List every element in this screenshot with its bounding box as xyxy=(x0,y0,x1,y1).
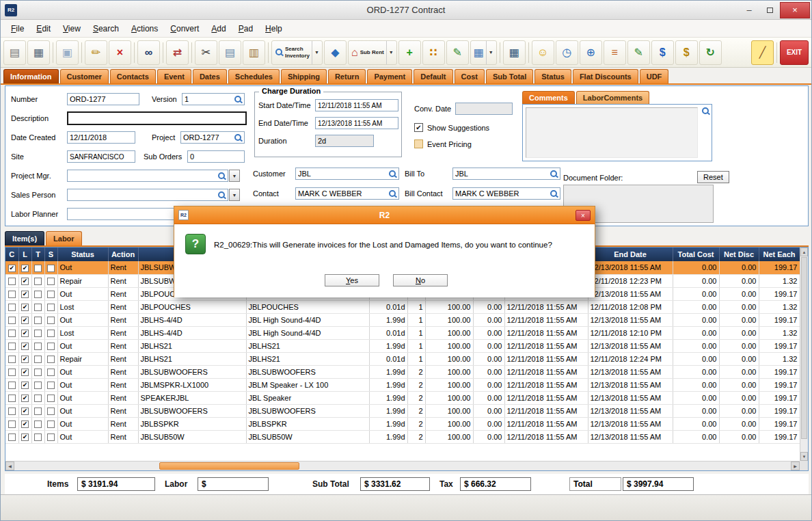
save-button[interactable]: ▣ xyxy=(56,40,79,65)
column-header-total-cost[interactable]: Total Cost xyxy=(673,248,719,261)
row-checkbox-l[interactable] xyxy=(21,382,29,389)
column-header-l[interactable]: L xyxy=(18,248,31,261)
row-checkbox-s[interactable] xyxy=(47,420,55,428)
comments-box[interactable] xyxy=(522,104,712,161)
row-checkbox-t[interactable] xyxy=(34,356,42,363)
number-input[interactable]: ORD-1277 xyxy=(67,93,139,105)
row-checkbox-c[interactable] xyxy=(8,343,16,350)
bill-contact-input[interactable]: MARK C WEBBER xyxy=(452,187,560,200)
dropdown-arrow-icon[interactable]: ▼ xyxy=(486,41,493,64)
project-mgr-dropdown[interactable]: ▼ xyxy=(229,170,240,182)
row-checkbox-t[interactable] xyxy=(34,330,42,337)
description-input[interactable] xyxy=(67,111,247,125)
copy-button[interactable]: ▤ xyxy=(219,40,241,65)
tab-flat-discounts[interactable]: Flat Discounts xyxy=(573,69,638,83)
row-checkbox-l[interactable] xyxy=(21,408,29,415)
table-row[interactable]: OutRentJBLBSPKRJBLBSPKR1.99d2100.000.001… xyxy=(5,417,800,430)
search-icon[interactable] xyxy=(550,170,558,178)
row-checkbox-c[interactable] xyxy=(8,291,16,298)
tab-status[interactable]: Status xyxy=(534,69,571,83)
version-input[interactable]: 1 xyxy=(182,93,245,105)
sub-rent-button[interactable]: ⌂Sub Rent▼ xyxy=(348,40,397,65)
menu-item-help[interactable]: Help xyxy=(259,21,288,36)
row-checkbox-c[interactable] xyxy=(8,369,16,376)
bill-to-input[interactable]: JBL xyxy=(452,168,560,180)
column-header-s[interactable]: S xyxy=(44,248,57,261)
tab-schedules[interactable]: Schedules xyxy=(228,69,280,83)
ink-drop-button[interactable]: ◆ xyxy=(324,40,347,65)
row-checkbox-l[interactable] xyxy=(21,395,29,402)
row-checkbox-t[interactable] xyxy=(34,369,42,376)
row-checkbox-c[interactable] xyxy=(8,330,16,337)
menu-item-add[interactable]: Add xyxy=(205,21,232,36)
row-checkbox-l[interactable] xyxy=(21,356,29,363)
horizontal-scroll-thumb[interactable] xyxy=(159,462,299,470)
sales-person-input[interactable] xyxy=(67,189,228,201)
dialog-close-button[interactable]: × xyxy=(576,210,591,221)
table-row[interactable]: OutRentJBLHS-4/4DJBL High Sound-4/4D1.99… xyxy=(5,313,800,326)
search-icon[interactable] xyxy=(701,107,709,116)
tab-event[interactable]: Event xyxy=(157,69,191,83)
menu-item-view[interactable]: View xyxy=(57,21,87,36)
table-row[interactable]: RepairRentJBLHS21JBLHS210.01d1100.000.00… xyxy=(5,352,800,365)
tab-shipping[interactable]: Shipping xyxy=(281,69,327,83)
row-checkbox-l[interactable] xyxy=(21,343,29,350)
event-pricing-checkbox[interactable] xyxy=(414,139,423,148)
color-balls-button[interactable]: ∷ xyxy=(422,40,445,65)
time-clock-button[interactable]: ◷ xyxy=(556,40,578,65)
row-checkbox-s[interactable] xyxy=(47,343,55,350)
table-row[interactable]: LostRentJBLPOUCHESJBLPOUCHES0.01d1100.00… xyxy=(5,300,800,313)
scroll-left-arrow[interactable]: ◀ xyxy=(5,462,14,470)
tab-comments[interactable]: Comments xyxy=(522,91,575,104)
row-checkbox-c[interactable] xyxy=(8,433,16,441)
row-checkbox-l[interactable] xyxy=(21,304,29,311)
minimize-button[interactable]: – xyxy=(739,3,759,18)
row-checkbox-s[interactable] xyxy=(47,433,55,441)
tab-contacts[interactable]: Contacts xyxy=(110,69,156,83)
menu-item-file[interactable]: File xyxy=(5,21,30,36)
print-button[interactable]: ▦ xyxy=(27,40,50,65)
money-coins-button[interactable]: $ xyxy=(675,40,698,65)
site-input[interactable]: SANFRANCISCO xyxy=(67,150,135,163)
schedule-grid-button[interactable]: ▦▼ xyxy=(470,40,497,65)
tab-customer[interactable]: Customer xyxy=(60,69,109,83)
paste-button[interactable]: ▥ xyxy=(243,40,265,65)
row-checkbox-c[interactable] xyxy=(8,395,16,402)
web-globe-button[interactable]: ⊕ xyxy=(580,40,602,65)
row-checkbox-t[interactable] xyxy=(34,304,42,311)
edit-pencil-button[interactable]: ✏ xyxy=(85,40,107,65)
project-input[interactable]: ORD-1277 xyxy=(180,131,245,144)
table-row[interactable]: OutRentJBLSUBWOOFERSJBLSUBWOOFERS1.99d21… xyxy=(5,365,800,378)
row-checkbox-l[interactable] xyxy=(21,420,29,428)
row-checkbox-t[interactable] xyxy=(34,343,42,350)
edit-note-2-button[interactable]: ✎ xyxy=(627,40,650,65)
row-checkbox-l[interactable] xyxy=(21,330,29,337)
tab-default[interactable]: Default xyxy=(414,69,452,83)
magic-wand-button[interactable]: ╱ xyxy=(751,40,774,65)
no-button[interactable]: No xyxy=(393,274,448,286)
search-icon[interactable] xyxy=(388,170,396,178)
search-icon[interactable] xyxy=(217,172,226,181)
contact-input[interactable]: MARK C WEBBER xyxy=(295,187,399,200)
table-row[interactable]: OutRentJBLSUB50WJBLSUB50W1.99d2100.000.0… xyxy=(5,430,800,443)
row-checkbox-c[interactable] xyxy=(8,356,16,363)
tab-laborcomments[interactable]: LaborComments xyxy=(576,91,649,104)
column-header-net-disc[interactable]: Net Disc xyxy=(719,248,759,261)
exit-button[interactable]: EXIT xyxy=(780,40,809,65)
row-checkbox-t[interactable] xyxy=(34,382,42,389)
convert-document-button[interactable]: ⇄ xyxy=(166,40,189,65)
column-header-action[interactable]: Action xyxy=(108,248,138,261)
tab-sub-total[interactable]: Sub Total xyxy=(486,69,533,83)
search-icon[interactable] xyxy=(234,133,242,142)
row-checkbox-c[interactable] xyxy=(8,317,16,324)
horizontal-scrollbar[interactable]: ◀ ▶ xyxy=(5,461,800,470)
row-checkbox-c[interactable] xyxy=(8,420,16,428)
show-suggestions-checkbox[interactable] xyxy=(414,123,423,132)
tab-cost[interactable]: Cost xyxy=(455,69,485,83)
row-checkbox-t[interactable] xyxy=(34,408,42,415)
dialog-title-bar[interactable]: R2 R2 × xyxy=(174,206,595,224)
row-checkbox-l[interactable] xyxy=(21,265,29,272)
end-datetime-input[interactable]: 12/13/2018 11:55 AM xyxy=(315,117,398,129)
column-header-c[interactable]: C xyxy=(5,248,18,261)
row-checkbox-s[interactable] xyxy=(47,369,55,376)
